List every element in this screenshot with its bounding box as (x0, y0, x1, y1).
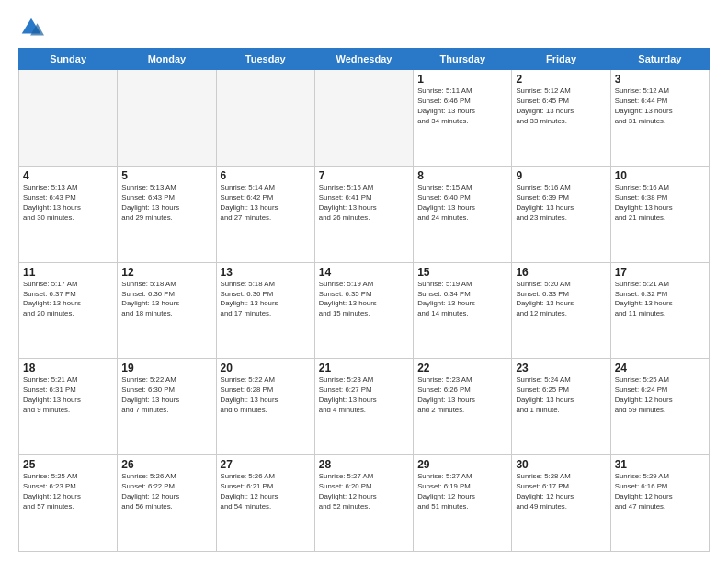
calendar-cell: 8Sunrise: 5:15 AM Sunset: 6:40 PM Daylig… (414, 166, 512, 262)
day-info: Sunrise: 5:28 AM Sunset: 6:17 PM Dayligh… (516, 472, 606, 512)
day-info: Sunrise: 5:29 AM Sunset: 6:16 PM Dayligh… (615, 472, 705, 512)
calendar-cell: 22Sunrise: 5:23 AM Sunset: 6:26 PM Dayli… (414, 359, 512, 455)
day-info: Sunrise: 5:14 AM Sunset: 6:42 PM Dayligh… (221, 183, 311, 224)
day-info: Sunrise: 5:25 AM Sunset: 6:24 PM Dayligh… (615, 375, 705, 416)
calendar-cell: 28Sunrise: 5:27 AM Sunset: 6:20 PM Dayli… (314, 455, 413, 552)
day-info: Sunrise: 5:23 AM Sunset: 6:27 PM Dayligh… (319, 375, 409, 416)
day-info: Sunrise: 5:12 AM Sunset: 6:45 PM Dayligh… (516, 86, 606, 127)
day-number: 20 (221, 362, 311, 374)
calendar-body: 1Sunrise: 5:11 AM Sunset: 6:46 PM Daylig… (19, 70, 710, 552)
logo (18, 15, 48, 40)
day-info: Sunrise: 5:18 AM Sunset: 6:36 PM Dayligh… (221, 280, 311, 320)
day-number: 13 (221, 266, 311, 279)
day-info: Sunrise: 5:26 AM Sunset: 6:21 PM Dayligh… (221, 472, 311, 512)
day-info: Sunrise: 5:27 AM Sunset: 6:19 PM Dayligh… (417, 472, 507, 512)
day-number: 8 (417, 169, 507, 182)
calendar-cell: 15Sunrise: 5:19 AM Sunset: 6:34 PM Dayli… (414, 262, 512, 359)
calendar-cell (314, 70, 413, 167)
week-row-2: 4Sunrise: 5:13 AM Sunset: 6:43 PM Daylig… (19, 166, 710, 262)
calendar-cell: 17Sunrise: 5:21 AM Sunset: 6:32 PM Dayli… (610, 262, 709, 359)
day-info: Sunrise: 5:16 AM Sunset: 6:38 PM Dayligh… (615, 183, 705, 224)
day-number: 30 (516, 458, 606, 471)
calendar-cell: 1Sunrise: 5:11 AM Sunset: 6:46 PM Daylig… (414, 70, 512, 167)
logo-icon (18, 15, 44, 40)
header (18, 15, 710, 40)
calendar-header: SundayMondayTuesdayWednesdayThursdayFrid… (19, 49, 710, 70)
calendar-cell: 11Sunrise: 5:17 AM Sunset: 6:37 PM Dayli… (19, 262, 118, 359)
day-number: 21 (319, 362, 409, 374)
day-number: 31 (615, 458, 705, 471)
day-number: 28 (319, 458, 409, 471)
calendar-cell: 26Sunrise: 5:26 AM Sunset: 6:22 PM Dayli… (118, 455, 216, 552)
day-info: Sunrise: 5:26 AM Sunset: 6:22 PM Dayligh… (121, 472, 211, 512)
calendar-cell: 10Sunrise: 5:16 AM Sunset: 6:38 PM Dayli… (610, 166, 709, 262)
calendar-cell: 29Sunrise: 5:27 AM Sunset: 6:19 PM Dayli… (414, 455, 512, 552)
day-number: 7 (319, 169, 409, 182)
calendar-cell: 30Sunrise: 5:28 AM Sunset: 6:17 PM Dayli… (512, 455, 610, 552)
calendar-cell (118, 70, 216, 167)
day-info: Sunrise: 5:16 AM Sunset: 6:39 PM Dayligh… (516, 183, 606, 224)
week-row-4: 18Sunrise: 5:21 AM Sunset: 6:31 PM Dayli… (19, 359, 710, 455)
day-number: 1 (417, 73, 507, 86)
calendar-cell: 14Sunrise: 5:19 AM Sunset: 6:35 PM Dayli… (314, 262, 413, 359)
calendar-cell: 5Sunrise: 5:13 AM Sunset: 6:43 PM Daylig… (118, 166, 216, 262)
calendar-cell: 23Sunrise: 5:24 AM Sunset: 6:25 PM Dayli… (512, 359, 610, 455)
weekday-header-monday: Monday (118, 49, 216, 70)
day-number: 25 (23, 458, 113, 471)
day-number: 10 (615, 169, 705, 182)
day-number: 6 (221, 169, 311, 182)
day-info: Sunrise: 5:22 AM Sunset: 6:28 PM Dayligh… (221, 375, 311, 416)
day-info: Sunrise: 5:27 AM Sunset: 6:20 PM Dayligh… (319, 472, 409, 512)
calendar-cell: 4Sunrise: 5:13 AM Sunset: 6:43 PM Daylig… (19, 166, 118, 262)
calendar-cell: 9Sunrise: 5:16 AM Sunset: 6:39 PM Daylig… (512, 166, 610, 262)
calendar-cell: 6Sunrise: 5:14 AM Sunset: 6:42 PM Daylig… (216, 166, 314, 262)
day-info: Sunrise: 5:24 AM Sunset: 6:25 PM Dayligh… (516, 375, 606, 416)
day-info: Sunrise: 5:15 AM Sunset: 6:40 PM Dayligh… (417, 183, 507, 224)
calendar-cell: 2Sunrise: 5:12 AM Sunset: 6:45 PM Daylig… (512, 70, 610, 167)
day-number: 23 (516, 362, 606, 374)
week-row-3: 11Sunrise: 5:17 AM Sunset: 6:37 PM Dayli… (19, 262, 710, 359)
day-info: Sunrise: 5:21 AM Sunset: 6:31 PM Dayligh… (23, 375, 113, 416)
weekday-header-tuesday: Tuesday (216, 49, 314, 70)
day-number: 3 (615, 73, 705, 86)
day-info: Sunrise: 5:13 AM Sunset: 6:43 PM Dayligh… (121, 183, 211, 224)
calendar-cell (216, 70, 314, 167)
page: SundayMondayTuesdayWednesdayThursdayFrid… (0, 0, 728, 563)
day-info: Sunrise: 5:13 AM Sunset: 6:43 PM Dayligh… (23, 183, 113, 224)
day-number: 16 (516, 266, 606, 279)
day-number: 14 (319, 266, 409, 279)
day-info: Sunrise: 5:15 AM Sunset: 6:41 PM Dayligh… (319, 183, 409, 224)
calendar-cell: 12Sunrise: 5:18 AM Sunset: 6:36 PM Dayli… (118, 262, 216, 359)
day-info: Sunrise: 5:21 AM Sunset: 6:32 PM Dayligh… (615, 280, 705, 320)
calendar-cell: 16Sunrise: 5:20 AM Sunset: 6:33 PM Dayli… (512, 262, 610, 359)
weekday-header-friday: Friday (512, 49, 610, 70)
calendar-cell: 18Sunrise: 5:21 AM Sunset: 6:31 PM Dayli… (19, 359, 118, 455)
calendar-cell: 24Sunrise: 5:25 AM Sunset: 6:24 PM Dayli… (610, 359, 709, 455)
calendar-cell: 20Sunrise: 5:22 AM Sunset: 6:28 PM Dayli… (216, 359, 314, 455)
day-info: Sunrise: 5:25 AM Sunset: 6:23 PM Dayligh… (23, 472, 113, 512)
day-number: 12 (121, 266, 211, 279)
day-info: Sunrise: 5:12 AM Sunset: 6:44 PM Dayligh… (615, 86, 705, 127)
calendar-cell: 21Sunrise: 5:23 AM Sunset: 6:27 PM Dayli… (314, 359, 413, 455)
day-number: 15 (417, 266, 507, 279)
calendar-table: SundayMondayTuesdayWednesdayThursdayFrid… (18, 48, 710, 552)
day-number: 17 (615, 266, 705, 279)
calendar-cell: 25Sunrise: 5:25 AM Sunset: 6:23 PM Dayli… (19, 455, 118, 552)
weekday-header-thursday: Thursday (414, 49, 512, 70)
weekday-header-saturday: Saturday (610, 49, 709, 70)
day-info: Sunrise: 5:19 AM Sunset: 6:35 PM Dayligh… (319, 280, 409, 320)
day-number: 2 (516, 73, 606, 86)
day-number: 11 (23, 266, 113, 279)
day-info: Sunrise: 5:22 AM Sunset: 6:30 PM Dayligh… (121, 375, 211, 416)
day-number: 29 (417, 458, 507, 471)
calendar-cell: 27Sunrise: 5:26 AM Sunset: 6:21 PM Dayli… (216, 455, 314, 552)
day-info: Sunrise: 5:20 AM Sunset: 6:33 PM Dayligh… (516, 280, 606, 320)
week-row-1: 1Sunrise: 5:11 AM Sunset: 6:46 PM Daylig… (19, 70, 710, 167)
calendar-cell (19, 70, 118, 167)
day-number: 18 (23, 362, 113, 374)
week-row-5: 25Sunrise: 5:25 AM Sunset: 6:23 PM Dayli… (19, 455, 710, 552)
day-info: Sunrise: 5:23 AM Sunset: 6:26 PM Dayligh… (417, 375, 507, 416)
day-number: 26 (121, 458, 211, 471)
day-number: 24 (615, 362, 705, 374)
day-number: 4 (23, 169, 113, 182)
